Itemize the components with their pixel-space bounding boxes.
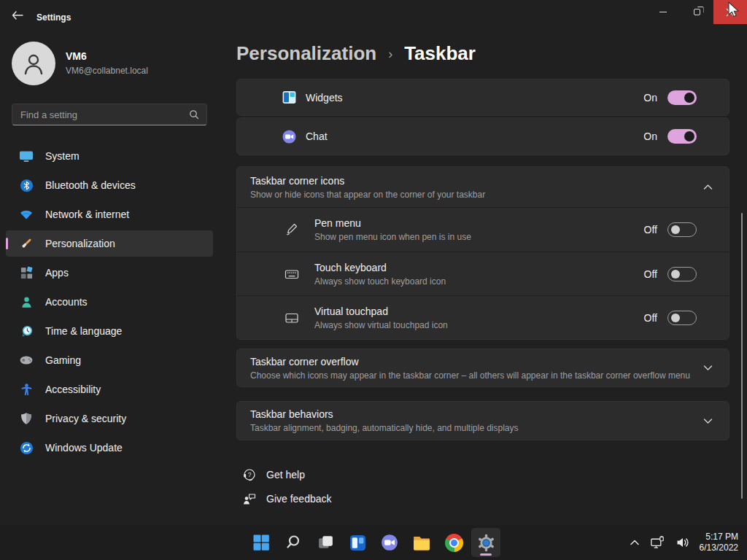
taskbar-widgets-button[interactable] bbox=[343, 528, 372, 557]
virtual-touchpad-icon bbox=[284, 310, 300, 326]
sidebar-item-label: Apps bbox=[45, 267, 69, 279]
taskbar-chat-button[interactable] bbox=[375, 528, 404, 557]
svg-text:?: ? bbox=[248, 471, 252, 478]
widgets-icon bbox=[349, 534, 367, 552]
chevron-down-icon[interactable] bbox=[703, 365, 713, 371]
chat-icon bbox=[281, 128, 297, 144]
widgets-toggle[interactable] bbox=[667, 90, 697, 105]
sidebar-item-apps[interactable]: Apps bbox=[6, 260, 213, 286]
sidebar-item-time-language[interactable]: Time & language bbox=[6, 318, 213, 344]
section-title: Taskbar corner icons bbox=[250, 175, 485, 187]
sidebar-nav: System Bluetooth & devices Network & int… bbox=[6, 143, 213, 464]
chevron-up-icon bbox=[630, 539, 640, 546]
taskbar-corner-icons-section: Taskbar corner icons Show or hide icons … bbox=[236, 166, 729, 340]
settings-gear-icon bbox=[476, 533, 496, 553]
settings-window: Settings VM6 VM6@collabnet.local System bbox=[0, 0, 747, 560]
chrome-button[interactable] bbox=[439, 528, 468, 557]
sidebar-item-label: Bluetooth & devices bbox=[45, 179, 136, 191]
touch-keyboard-row: Touch keyboard Always show touch keyboar… bbox=[237, 252, 729, 295]
row-label: Pen menu bbox=[314, 217, 471, 229]
close-button[interactable] bbox=[713, 0, 747, 24]
chat-icon bbox=[380, 533, 399, 552]
page-title: Taskbar bbox=[404, 42, 476, 65]
footer-link-label: Give feedback bbox=[266, 493, 332, 505]
pen-menu-toggle[interactable] bbox=[667, 222, 697, 237]
time-icon bbox=[19, 324, 34, 338]
sidebar-item-label: Accounts bbox=[45, 296, 88, 308]
toggle-state-label: On bbox=[643, 131, 657, 142]
sidebar-item-privacy[interactable]: Privacy & security bbox=[6, 405, 213, 432]
chevron-down-icon[interactable] bbox=[703, 418, 713, 424]
start-button[interactable] bbox=[247, 528, 276, 557]
get-help-link[interactable]: ? Get help bbox=[242, 467, 305, 482]
toggle-knob bbox=[684, 93, 694, 103]
hidden-icons-button[interactable] bbox=[624, 528, 645, 557]
section-description: Choose which icons may appear in the tas… bbox=[250, 370, 690, 381]
bluetooth-icon bbox=[19, 178, 34, 192]
breadcrumb: Personalization › Taskbar bbox=[236, 42, 476, 65]
section-title: Taskbar corner overflow bbox=[250, 356, 690, 368]
virtual-touchpad-toggle[interactable] bbox=[667, 311, 697, 325]
scrollbar[interactable] bbox=[741, 213, 743, 499]
toggle-state-label: Off bbox=[644, 224, 657, 236]
taskbar-search-button[interactable] bbox=[279, 528, 308, 557]
task-view-icon bbox=[317, 534, 335, 552]
minimize-icon bbox=[659, 12, 667, 12]
maximize-button[interactable] bbox=[680, 0, 713, 24]
volume-tray-button[interactable] bbox=[670, 528, 695, 557]
sidebar-item-windows-update[interactable]: Windows Update bbox=[6, 435, 213, 461]
breadcrumb-parent[interactable]: Personalization bbox=[236, 42, 376, 65]
taskbar-corner-icons-header[interactable]: Taskbar corner icons Show or hide icons … bbox=[237, 167, 729, 207]
sidebar-item-bluetooth[interactable]: Bluetooth & devices bbox=[6, 172, 213, 198]
settings-taskbar-button[interactable] bbox=[471, 528, 500, 557]
chevron-up-icon[interactable] bbox=[703, 184, 713, 190]
chat-row: Chat On bbox=[236, 117, 729, 155]
widgets-icon bbox=[281, 90, 297, 106]
avatar[interactable] bbox=[12, 42, 55, 85]
row-label: Widgets bbox=[306, 92, 343, 104]
sidebar-item-label: System bbox=[45, 150, 80, 162]
back-arrow-icon bbox=[12, 11, 23, 20]
window-title: Settings bbox=[36, 12, 71, 23]
file-explorer-button[interactable] bbox=[407, 528, 436, 557]
system-icon bbox=[19, 149, 34, 163]
minimize-button[interactable] bbox=[646, 0, 680, 24]
sidebar-item-accessibility[interactable]: Accessibility bbox=[6, 376, 213, 402]
toggle-knob bbox=[671, 314, 680, 322]
touch-keyboard-toggle[interactable] bbox=[667, 267, 697, 281]
sidebar: VM6 VM6@collabnet.local System Bluetooth… bbox=[0, 26, 219, 525]
toggle-knob bbox=[684, 131, 694, 141]
row-description: Always show touch keyboard icon bbox=[314, 276, 446, 287]
sidebar-item-network[interactable]: Network & internet bbox=[6, 201, 213, 228]
accessibility-icon bbox=[19, 382, 34, 397]
network-tray-button[interactable] bbox=[645, 528, 670, 557]
task-view-button[interactable] bbox=[311, 528, 340, 557]
speaker-icon bbox=[676, 536, 690, 549]
get-help-icon: ? bbox=[242, 467, 257, 482]
section-title: Taskbar behaviors bbox=[250, 408, 519, 420]
sidebar-item-accounts[interactable]: Accounts bbox=[6, 289, 213, 315]
search-input[interactable] bbox=[12, 109, 189, 120]
system-tray: 5:17 PM 6/13/2022 bbox=[624, 525, 743, 560]
breadcrumb-chevron-icon: › bbox=[388, 47, 392, 62]
search-icon bbox=[189, 109, 199, 120]
toggle-state-label: Off bbox=[644, 268, 657, 280]
give-feedback-link[interactable]: Give feedback bbox=[242, 491, 332, 506]
toggle-state-label: Off bbox=[644, 312, 657, 324]
chat-toggle[interactable] bbox=[667, 129, 697, 144]
tray-clock[interactable]: 5:17 PM 6/13/2022 bbox=[700, 532, 738, 553]
touch-keyboard-icon bbox=[284, 266, 300, 282]
sidebar-item-system[interactable]: System bbox=[6, 143, 213, 169]
ethernet-icon bbox=[650, 535, 665, 550]
taskbar-corner-overflow-section[interactable]: Taskbar corner overflow Choose which ico… bbox=[236, 349, 729, 387]
personalization-icon bbox=[19, 236, 34, 251]
apps-icon bbox=[19, 265, 34, 280]
footer-link-label: Get help bbox=[266, 469, 305, 481]
back-button[interactable] bbox=[7, 7, 28, 23]
taskbar-behaviors-section[interactable]: Taskbar behaviors Taskbar alignment, bad… bbox=[236, 401, 729, 440]
sidebar-item-gaming[interactable]: Gaming bbox=[6, 347, 213, 373]
accounts-icon bbox=[19, 295, 34, 309]
sidebar-item-label: Time & language bbox=[45, 325, 122, 337]
sidebar-item-personalization[interactable]: Personalization bbox=[6, 230, 213, 257]
sidebar-item-label: Privacy & security bbox=[45, 413, 126, 424]
